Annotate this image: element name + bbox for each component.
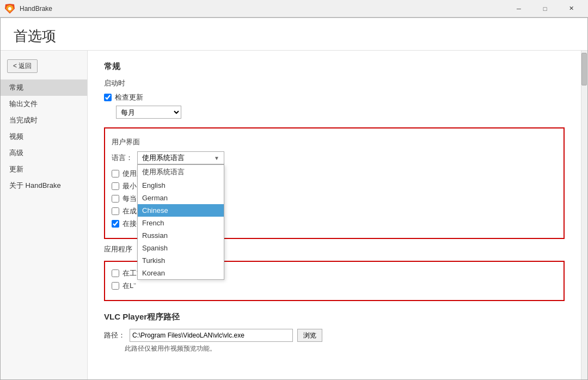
scrollbar-track[interactable] (581, 51, 587, 379)
minimize-button[interactable]: ─ (506, 0, 531, 17)
check-updates-checkbox[interactable] (104, 94, 112, 101)
frequency-dropdown[interactable]: 每月 每天 每周 (116, 106, 181, 119)
lang-row: 语言： 使用系统语言 ▼ 使用系统语言 English (112, 151, 557, 164)
startup-section-title: 启动时 (104, 78, 565, 88)
app-title: HandBrake (20, 5, 506, 13)
ui-checkbox-label-1: 最小 (122, 181, 137, 191)
app-checkbox-row-1: 在L" (112, 281, 557, 291)
sidebar-item-label-updates: 更新 (9, 165, 23, 173)
vlc-hint: 此路径仅被用作视频预览功能。 (125, 344, 565, 353)
lang-dropdown-list: 使用系统语言 English German Chinese (137, 164, 224, 280)
sidebar-item-completion[interactable]: 当完成时 (1, 112, 87, 128)
vlc-section-title: VLC Player程序路径 (104, 312, 565, 322)
lang-option-german[interactable]: German (138, 192, 224, 204)
ui-checkbox-2[interactable] (112, 195, 119, 203)
check-updates-label: 检查更新 (115, 93, 143, 102)
sidebar-item-label-completion: 当完成时 (9, 116, 38, 124)
frequency-dropdown-wrap: 每月 每天 每周 (116, 106, 565, 119)
content-area: 常规 启动时 检查更新 每月 每天 每周 用户界面 语言： (88, 51, 581, 379)
back-button[interactable]: < 返回 (7, 59, 38, 73)
lang-dropdown-wrap: 使用系统语言 ▼ 使用系统语言 English (137, 151, 224, 164)
sidebar-item-label-general: 常规 (9, 83, 23, 91)
app-checkbox-1[interactable] (112, 282, 119, 290)
vlc-section: VLC Player程序路径 路径： 浏览 此路径仅被用作视频预览功能。 (104, 312, 565, 353)
lang-option-spanish[interactable]: Spanish (138, 242, 224, 254)
sidebar-item-advanced[interactable]: 高级 (1, 145, 87, 161)
sidebar-item-label-video: 视频 (9, 132, 23, 140)
ui-checkbox-label-4: 在接 (122, 219, 137, 229)
lang-dropdown-value: 使用系统语言 (142, 153, 185, 163)
sidebar-item-general[interactable]: 常规 (1, 79, 87, 96)
ui-section-title: 用户界面 (112, 137, 557, 147)
sidebar-item-label-output: 输出文件 (9, 100, 38, 108)
vlc-path-row: 路径： 浏览 (104, 329, 565, 342)
lang-option-english[interactable]: English (138, 179, 224, 192)
ui-section: 用户界面 语言： 使用系统语言 ▼ 使用系统语言 (104, 127, 565, 239)
scrollbar-thumb[interactable] (581, 53, 587, 85)
lang-dropdown-button[interactable]: 使用系统语言 ▼ (137, 151, 224, 164)
sidebar-item-about[interactable]: 关于 HandBrake (1, 177, 87, 194)
vlc-path-input[interactable] (130, 329, 293, 342)
sidebar-item-label-advanced: 高级 (9, 149, 23, 157)
sidebar-item-label-about: 关于 HandBrake (9, 181, 61, 189)
lang-option-french[interactable]: French (138, 217, 224, 229)
close-button[interactable]: ✕ (559, 0, 584, 17)
ui-checkbox-4[interactable] (112, 220, 119, 228)
check-updates-row: 检查更新 (104, 93, 565, 102)
sidebar: < 返回 常规 输出文件 当完成时 视频 高级 更新 关于 HandBrake (1, 51, 88, 379)
window-body: 首选项 < 返回 常规 输出文件 当完成时 视频 高级 更新 (0, 17, 588, 380)
window-controls: ─ □ ✕ (506, 0, 584, 17)
svg-point-2 (8, 7, 11, 10)
titlebar: HandBrake ─ □ ✕ (0, 0, 588, 17)
lang-option-korean[interactable]: Korean (138, 267, 224, 279)
sidebar-item-output[interactable]: 输出文件 (1, 96, 87, 112)
ui-checkbox-3[interactable] (112, 207, 119, 215)
chevron-down-icon: ▼ (214, 155, 219, 161)
app-logo (4, 3, 15, 14)
lang-option-turkish[interactable]: Turkish (138, 254, 224, 267)
lang-label: 语言： (112, 153, 133, 163)
app-section-label: 应用程序 (104, 245, 132, 253)
lang-option-chinese[interactable]: Chinese (138, 204, 224, 217)
lang-option-russian[interactable]: Russian (138, 229, 224, 242)
sidebar-item-video[interactable]: 视频 (1, 128, 87, 145)
sidebar-item-updates[interactable]: 更新 (1, 161, 87, 177)
page-heading: 首选项 (1, 18, 587, 51)
app-checkbox-label-1: 在L" (122, 281, 136, 291)
maximize-button[interactable]: □ (532, 0, 558, 17)
section-title-general: 常规 (104, 62, 565, 72)
app-checkbox-0[interactable] (112, 269, 119, 277)
ui-checkbox-1[interactable] (112, 182, 119, 190)
vlc-browse-button[interactable]: 浏览 (297, 329, 322, 342)
vlc-path-label: 路径： (104, 330, 125, 340)
lang-option-system[interactable]: 使用系统语言 (138, 165, 224, 179)
main-layout: < 返回 常规 输出文件 当完成时 视频 高级 更新 关于 HandBrake (1, 51, 587, 379)
ui-checkbox-0[interactable] (112, 170, 119, 177)
